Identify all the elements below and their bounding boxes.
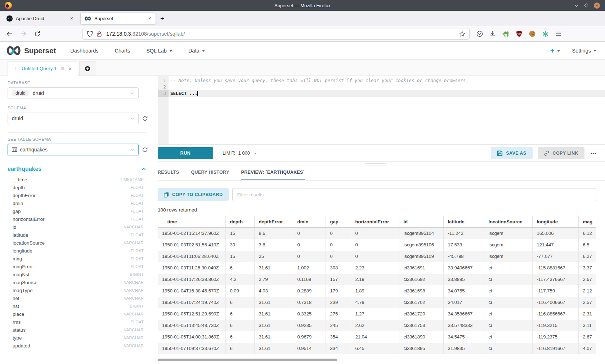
copy-to-clipboard-button[interactable]: COPY TO CLIPBOARD <box>158 188 229 201</box>
column-header[interactable]: gap <box>326 216 351 228</box>
column-header[interactable]: depthError <box>254 216 293 228</box>
insecure-lock-icon[interactable] <box>97 31 102 37</box>
schema-column-row[interactable]: depthFLOAT <box>8 183 144 191</box>
new-tab-button[interactable]: + <box>160 15 164 22</box>
schema-column-row[interactable]: magErrorFLOAT <box>8 263 144 270</box>
schema-column-row[interactable]: __timeTIMESTAMP <box>8 176 144 183</box>
column-type: FLOAT <box>131 320 144 324</box>
schema-column-row[interactable]: nstBIGINT <box>8 302 144 310</box>
schema-column-row[interactable]: netVARCHAR <box>8 294 144 302</box>
query-tab-close-icon[interactable]: × <box>69 66 72 72</box>
pane-resize-handle[interactable] <box>365 163 386 165</box>
schema-column-row[interactable]: gapFLOAT <box>8 207 144 215</box>
column-header[interactable]: horizontalError <box>351 216 399 228</box>
firefox-logo-icon <box>5 2 12 9</box>
schema-column-row[interactable]: idVARCHAR <box>8 223 144 231</box>
column-header[interactable]: __time <box>158 216 225 228</box>
schema-column-row[interactable]: updatedVARCHAR <box>8 342 144 350</box>
limit-dropdown[interactable]: LIMIT: 1 000 <box>223 150 256 156</box>
reload-icon[interactable] <box>34 31 40 37</box>
column-type: VARCHAR <box>124 343 144 348</box>
tab-query-history[interactable]: QUERY HISTORY <box>191 170 229 180</box>
ublock-icon[interactable]: UO <box>516 31 522 37</box>
settings-menu[interactable]: Settings <box>572 48 596 54</box>
browser-tab-apache-druid[interactable]: Apache Druid × <box>3 13 77 24</box>
schema-column-row[interactable]: rmsFLOAT <box>8 318 144 326</box>
database-select[interactable]: druid druid <box>8 87 139 99</box>
column-header[interactable]: dmin <box>293 216 326 228</box>
editor-code-area[interactable]: -- Note: Unless you save your query, the… <box>169 76 605 144</box>
window-maximize-icon[interactable] <box>584 3 588 7</box>
scrollbar-thumb[interactable] <box>158 359 337 361</box>
query-tab-active[interactable]: ⋮ Untitled Query 1 × <box>8 61 77 76</box>
table-select[interactable]: earthquakes <box>8 144 139 155</box>
table-cell: 2.31 <box>578 308 596 320</box>
nav-item-dashboards[interactable]: Dashboards <box>70 48 98 54</box>
back-icon[interactable] <box>6 31 13 37</box>
schema-column-row[interactable]: dminFLOAT <box>8 199 144 207</box>
browser-toolbar: 172.18.0.3:32108/superset/sqllab/ UO <box>0 26 605 42</box>
schema-column-row[interactable]: depthErrorFLOAT <box>8 191 144 199</box>
tab-preview[interactable]: PREVIEW: `EARTHQUAKES` <box>241 170 305 180</box>
more-options-icon[interactable]: ••• <box>591 151 596 155</box>
column-header[interactable]: depth <box>225 216 254 228</box>
column-header[interactable]: mag <box>578 216 596 228</box>
url-bar[interactable]: 172.18.0.3:32108/superset/sqllab/ <box>82 28 470 40</box>
browser-tab-superset[interactable]: Superset × <box>80 13 156 24</box>
tab-close-icon[interactable]: × <box>148 15 152 21</box>
column-header[interactable]: locationSource <box>484 216 532 228</box>
column-header[interactable]: latitude <box>443 216 484 228</box>
schema-column-row[interactable]: placeVARCHAR <box>8 310 144 318</box>
pocket-icon[interactable] <box>476 31 483 37</box>
collapse-chevron-up-icon[interactable] <box>142 168 146 170</box>
downloads-icon[interactable] <box>490 31 496 37</box>
cookie-icon[interactable] <box>529 31 535 37</box>
schema-column-row[interactable]: magFLOAT <box>8 255 144 263</box>
table-cell: -77.077 <box>532 251 578 262</box>
schema-column-row[interactable]: magSourceVARCHAR <box>8 278 144 286</box>
nav-item-sql-lab[interactable]: SQL Lab <box>146 48 172 54</box>
filter-results-input[interactable] <box>232 188 596 201</box>
menu-hamburger-icon[interactable] <box>556 31 561 36</box>
schema-column-row[interactable]: locationSourceVARCHAR <box>8 239 144 247</box>
shield-icon[interactable] <box>87 31 93 37</box>
containers-icon[interactable] <box>542 31 548 37</box>
drag-handle-icon[interactable]: ⋮ <box>13 66 18 71</box>
superset-brand[interactable]: Superset <box>24 46 56 55</box>
tab-results[interactable]: RESULTS <box>158 170 179 180</box>
table-cell: 165.006 <box>532 228 578 239</box>
divider <box>8 132 146 133</box>
forward-icon[interactable] <box>20 31 27 37</box>
run-button[interactable]: RUN <box>158 147 213 159</box>
table-cell: ci <box>484 343 532 354</box>
schema-column-row[interactable]: horizontalErrorFLOAT <box>8 215 144 223</box>
save-as-button[interactable]: SAVE AS <box>491 147 532 159</box>
column-name: magSource <box>13 280 37 285</box>
privacy-badger-icon[interactable] <box>502 31 509 37</box>
window-menu-chevron-icon[interactable] <box>574 4 579 7</box>
schema-column-row[interactable]: longitudeFLOAT <box>8 247 144 255</box>
tab-close-icon[interactable]: × <box>70 15 74 21</box>
schema-column-row[interactable]: statusVARCHAR <box>8 326 144 334</box>
table-schema-title[interactable]: earthquakes <box>8 166 41 172</box>
column-header[interactable]: id <box>399 216 443 228</box>
refresh-schema-icon[interactable] <box>142 115 148 122</box>
schema-column-row[interactable]: typeVARCHAR <box>8 334 144 342</box>
schema-select[interactable]: druid <box>8 113 139 124</box>
nav-item-data[interactable]: Data <box>188 48 205 54</box>
column-header[interactable]: longitude <box>532 216 578 228</box>
table-cell: 2.19 <box>351 274 399 285</box>
window-close-button[interactable]: × <box>594 3 600 9</box>
table-cell: 1.27 <box>351 308 399 320</box>
refresh-table-icon[interactable] <box>142 147 148 153</box>
nav-item-charts[interactable]: Charts <box>115 48 130 54</box>
schema-column-row[interactable]: latitudeFLOAT <box>8 231 144 239</box>
url-text[interactable]: 172.18.0.3:32108/superset/sqllab/ <box>106 31 459 37</box>
copy-link-button[interactable]: COPY LINK <box>538 147 584 159</box>
schema-column-row[interactable]: magNstBIGINT <box>8 270 144 278</box>
new-item-dropdown[interactable]: + <box>550 47 560 54</box>
sql-code-editor[interactable]: 1 2 3 -- Note: Unless you save your quer… <box>158 76 605 145</box>
bookmark-star-icon[interactable] <box>459 31 465 37</box>
new-query-tab-button[interactable] <box>79 61 96 76</box>
schema-column-row[interactable]: magTypeVARCHAR <box>8 286 144 294</box>
